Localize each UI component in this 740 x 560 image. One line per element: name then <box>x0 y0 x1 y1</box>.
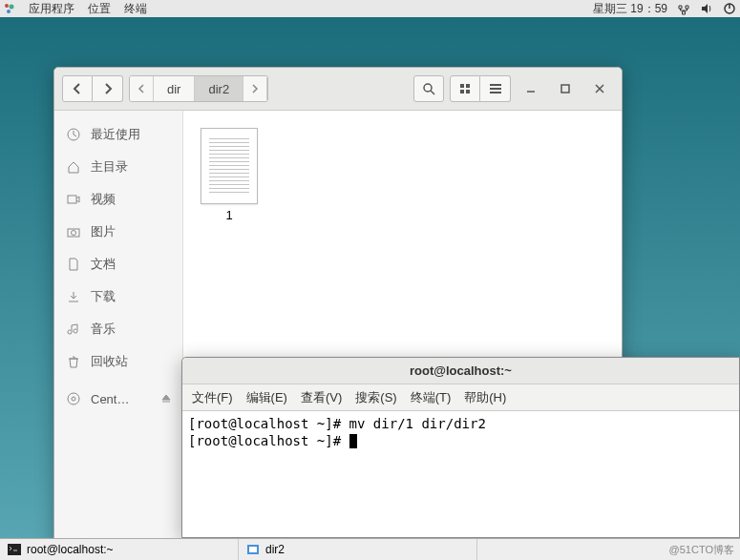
menu-view[interactable]: 查看(V) <box>301 389 342 406</box>
files-icon <box>246 543 260 556</box>
watermark: @51CTO博客 <box>664 543 740 557</box>
svg-point-20 <box>68 393 79 404</box>
sidebar-item-music[interactable]: 音乐 <box>54 313 182 345</box>
terminal-content[interactable]: [root@localhost ~]# mv dir/1 dir/dir2 [r… <box>182 411 739 537</box>
power-icon[interactable] <box>723 2 736 15</box>
trash-icon <box>66 354 81 369</box>
taskbar-item-files[interactable]: dir2 <box>239 539 477 560</box>
terminal-menubar: 文件(F) 编辑(E) 查看(V) 搜索(S) 终端(T) 帮助(H) <box>182 384 739 411</box>
taskbar: root@localhost:~ dir2 @51CTO博客 <box>0 538 740 560</box>
svg-rect-9 <box>460 90 464 93</box>
svg-rect-24 <box>249 547 257 552</box>
svg-rect-22 <box>8 544 21 555</box>
svg-rect-17 <box>68 196 76 203</box>
taskbar-item-label: root@localhost:~ <box>27 543 114 556</box>
svg-point-0 <box>5 4 9 8</box>
svg-point-21 <box>72 397 75 401</box>
video-icon <box>66 192 81 207</box>
terminal-icon <box>8 543 21 556</box>
svg-rect-10 <box>466 90 470 93</box>
file-manager-titlebar: dir dir2 <box>54 68 622 111</box>
terminal-window: root@localhost:~ 文件(F) 编辑(E) 查看(V) 搜索(S)… <box>181 357 740 538</box>
sidebar-item-label: 图片 <box>91 223 116 240</box>
sidebar-item-trash[interactable]: 回收站 <box>54 345 182 378</box>
taskbar-item-label: dir2 <box>265 543 285 556</box>
menu-terminal[interactable]: 终端(T) <box>411 389 452 406</box>
svg-point-1 <box>10 5 14 10</box>
svg-rect-15 <box>561 85 569 93</box>
menu-search[interactable]: 搜索(S) <box>355 389 396 406</box>
home-icon <box>66 159 81 175</box>
menu-edit[interactable]: 编辑(E) <box>246 389 287 406</box>
menu-file[interactable]: 文件(F) <box>192 389 233 406</box>
sidebar-item-recent[interactable]: 最近使用 <box>54 118 182 151</box>
music-icon <box>66 321 81 337</box>
sidebar-item-label: 主目录 <box>91 158 128 176</box>
sidebar-item-label: 下载 <box>91 288 116 305</box>
search-button[interactable] <box>413 75 444 102</box>
sidebar-item-label: Cent… <box>91 392 129 406</box>
download-icon <box>66 289 81 304</box>
sidebar-item-downloads[interactable]: 下载 <box>54 280 182 313</box>
nav-back-button[interactable] <box>62 75 93 102</box>
view-grid-button[interactable] <box>450 75 480 102</box>
menu-help[interactable]: 帮助(H) <box>464 389 506 406</box>
sidebar: 最近使用 主目录 视频 图片 文档 下载 <box>54 111 183 546</box>
close-button[interactable] <box>585 75 614 102</box>
file-label: 1 <box>225 208 232 222</box>
sidebar-item-home[interactable]: 主目录 <box>54 151 182 183</box>
terminal-prompt: [root@localhost ~]# <box>188 433 349 448</box>
terminal-line: [root@localhost ~]# mv dir/1 dir/dir2 <box>188 416 486 431</box>
volume-icon[interactable] <box>700 2 713 15</box>
path-segment-dir[interactable]: dir <box>154 76 195 101</box>
eject-icon[interactable] <box>161 394 171 404</box>
svg-point-2 <box>7 10 11 13</box>
sidebar-item-label: 音乐 <box>91 321 116 338</box>
path-right-button[interactable] <box>243 76 267 101</box>
menu-applications[interactable]: 应用程序 <box>29 1 74 17</box>
sidebar-item-label: 视频 <box>91 191 116 208</box>
menu-places[interactable]: 位置 <box>88 1 111 17</box>
file-item[interactable]: 1 <box>201 128 258 222</box>
minimize-button[interactable] <box>517 75 545 102</box>
cursor-icon <box>349 434 357 448</box>
clock[interactable]: 星期三 19：59 <box>593 1 667 17</box>
path-segment-dir2[interactable]: dir2 <box>195 76 243 101</box>
sidebar-item-label: 文档 <box>91 256 116 273</box>
sidebar-item-cent[interactable]: Cent… <box>54 384 182 414</box>
svg-line-6 <box>431 91 434 94</box>
svg-point-5 <box>424 84 432 92</box>
clock-icon <box>66 127 81 142</box>
top-panel: 应用程序 位置 终端 星期三 19：59 <box>0 0 740 17</box>
sidebar-item-videos[interactable]: 视频 <box>54 183 182 216</box>
sidebar-item-label: 回收站 <box>91 353 128 370</box>
terminal-title: root@localhost:~ <box>182 358 739 384</box>
path-left-button[interactable] <box>130 76 154 101</box>
breadcrumb: dir dir2 <box>129 75 268 102</box>
maximize-button[interactable] <box>551 75 580 102</box>
network-icon[interactable] <box>677 2 690 15</box>
svg-point-19 <box>72 231 76 236</box>
taskbar-item-terminal[interactable]: root@localhost:~ <box>0 539 239 560</box>
sidebar-item-pictures[interactable]: 图片 <box>54 216 182 248</box>
disc-icon <box>66 391 81 406</box>
svg-rect-7 <box>460 84 464 88</box>
nav-forward-button[interactable] <box>93 75 123 102</box>
svg-rect-8 <box>466 84 470 88</box>
document-icon <box>66 257 81 272</box>
menu-terminal[interactable]: 终端 <box>124 1 147 17</box>
view-list-button[interactable] <box>480 75 511 102</box>
text-file-icon <box>201 128 258 204</box>
sidebar-item-label: 最近使用 <box>91 126 140 143</box>
gnome-logo-icon <box>4 3 15 14</box>
sidebar-item-documents[interactable]: 文档 <box>54 248 182 280</box>
camera-icon <box>66 224 81 239</box>
